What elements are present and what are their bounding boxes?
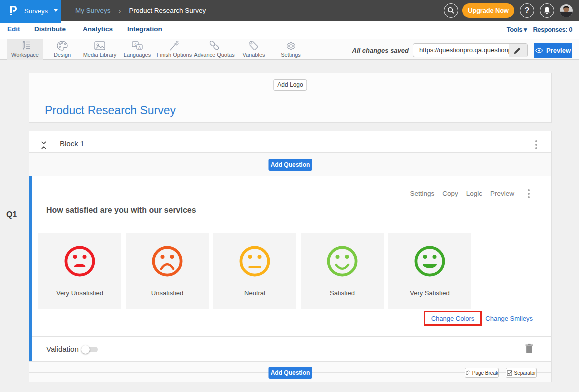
svg-text:A: A: [138, 46, 141, 50]
